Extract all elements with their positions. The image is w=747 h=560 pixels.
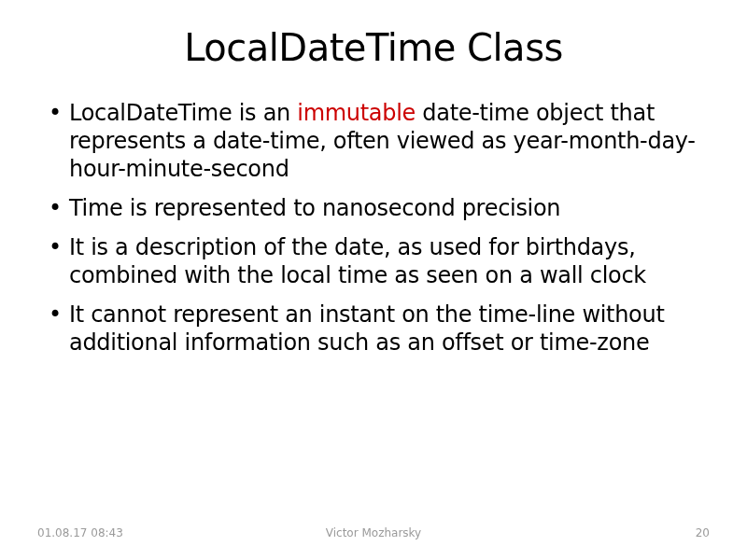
bullet-text-pre: It is a description of the date, as used… <box>69 234 646 288</box>
slide-footer: 01.08.17 08:43 Victor Mozharsky 20 <box>0 526 747 539</box>
slide-container: LocalDateTime Class LocalDateTime is an … <box>0 0 747 560</box>
bullet-item: It cannot represent an instant on the ti… <box>45 301 710 357</box>
bullet-item: LocalDateTime is an immutable date-time … <box>45 99 710 183</box>
slide-content: LocalDateTime is an immutable date-time … <box>37 99 710 357</box>
footer-date: 01.08.17 08:43 <box>37 526 123 539</box>
slide-title: LocalDateTime Class <box>37 26 710 69</box>
footer-author: Victor Mozharsky <box>326 526 421 539</box>
bullet-item: Time is represented to nanosecond precis… <box>45 194 710 222</box>
bullet-text-highlight: immutable <box>297 100 416 126</box>
bullet-item: It is a description of the date, as used… <box>45 233 710 289</box>
bullet-text-pre: LocalDateTime is an <box>69 100 297 126</box>
bullet-list: LocalDateTime is an immutable date-time … <box>45 99 710 357</box>
footer-page-number: 20 <box>696 526 710 539</box>
bullet-text-pre: Time is represented to nanosecond precis… <box>69 195 560 221</box>
bullet-text-pre: It cannot represent an instant on the ti… <box>69 301 665 356</box>
